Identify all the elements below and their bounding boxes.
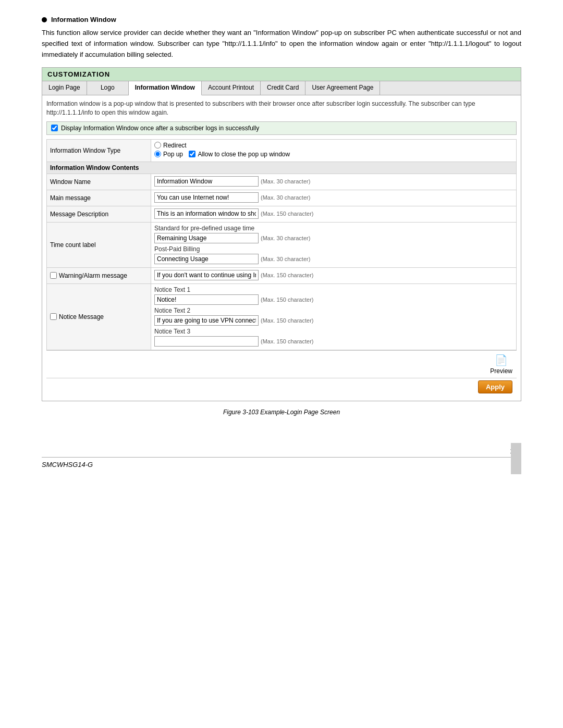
time-count-label-cell: Time count label	[47, 222, 151, 267]
figure-caption: Figure 3-103 Example-Login Page Screen	[42, 409, 521, 416]
notice-text3-label: Notice Text 3	[154, 328, 513, 335]
contents-header-label: Information Window Contents	[50, 164, 139, 171]
tab-logo[interactable]: Logo	[87, 81, 129, 95]
time-count-value-cell: Standard for pre-defined usage time (Max…	[151, 222, 517, 267]
radio-redirect-label: Redirect	[163, 142, 187, 149]
notice-text1-input-row: (Max. 150 character)	[154, 294, 513, 305]
radio-popup[interactable]	[154, 151, 161, 157]
time-count-max2: (Max. 30 character)	[261, 256, 310, 262]
window-type-label-cell: Information Window Type	[47, 139, 151, 162]
radio-popup-label: Pop up	[163, 151, 183, 158]
info-description: Information window is a pop-up window th…	[46, 100, 517, 117]
preview-label: Preview	[490, 367, 512, 375]
notice-row: Notice Message Notice Text 1 (Max. 150 c…	[47, 283, 517, 350]
warning-max: (Max. 150 character)	[261, 272, 313, 278]
window-name-input[interactable]	[154, 176, 259, 187]
contents-header-row: Information Window Contents	[47, 162, 517, 174]
time-count-max: (Max. 30 character)	[261, 235, 310, 241]
bullet-icon	[42, 17, 47, 22]
warning-input[interactable]	[154, 270, 259, 280]
customization-header: CUSTOMIZATION	[42, 68, 521, 81]
tab-account-printout[interactable]: Account Printout	[202, 81, 261, 95]
warning-label: Warning/Alarm message	[59, 272, 127, 279]
radio-redirect-row: Redirect	[154, 142, 513, 149]
main-message-value-cell: (Max. 30 character)	[151, 190, 517, 206]
notice-text2-label: Notice Text 2	[154, 307, 513, 314]
notice-text1-max: (Max. 150 character)	[261, 297, 313, 303]
window-name-value-cell: (Max. 30 character)	[151, 174, 517, 190]
time-count-row: Time count label Standard for pre-define…	[47, 222, 517, 267]
time-count-input2-row: (Max. 30 character)	[154, 254, 513, 264]
notice-text3-input[interactable]	[154, 336, 259, 347]
section-heading: Information Window	[42, 16, 521, 23]
time-count-input1[interactable]	[154, 233, 259, 243]
customization-box: CUSTOMIZATION Login Page Logo Informatio…	[42, 67, 521, 401]
warning-input-row: (Max. 150 character)	[154, 270, 513, 280]
main-message-input-row: (Max. 30 character)	[154, 192, 513, 203]
notice-text2-input[interactable]	[154, 315, 259, 326]
apply-row: Apply	[46, 378, 517, 397]
msg-desc-row: Message Description (Max. 150 character)	[47, 206, 517, 222]
notice-value-cell: Notice Text 1 (Max. 150 character) Notic…	[151, 283, 517, 350]
main-message-max: (Max. 30 character)	[261, 194, 310, 201]
warning-value-cell: (Max. 150 character)	[151, 267, 517, 283]
warning-checkbox[interactable]	[50, 272, 57, 279]
page-footer: 107 SMCWHSG14-G	[42, 447, 521, 468]
notice-text3-max: (Max. 150 character)	[261, 338, 313, 344]
radio-popup-row: Pop up Allow to close the pop up window	[154, 151, 513, 158]
notice-checkbox[interactable]	[50, 313, 57, 320]
window-name-input-row: (Max. 30 character)	[154, 176, 513, 187]
time-count-input1-row: (Max. 30 character)	[154, 233, 513, 243]
window-type-row: Information Window Type Redirect Pop up	[47, 139, 517, 162]
footer-line: SMCWHSG14-G	[42, 457, 521, 468]
preview-button[interactable]: 📄 Preview	[490, 354, 512, 375]
radio-redirect[interactable]	[154, 142, 161, 149]
main-message-label: Main message	[50, 194, 91, 202]
notice-text2-max: (Max. 150 character)	[261, 317, 313, 324]
form-table: Information Window Type Redirect Pop up	[46, 139, 517, 350]
allow-close-label: Allow to close the pop up window	[198, 151, 290, 158]
display-checkbox-label: Display Information Window once after a …	[61, 125, 259, 132]
notice-text2-input-row: (Max. 150 character)	[154, 315, 513, 326]
tab-credit-card[interactable]: Credit Card	[261, 81, 305, 95]
window-type-label: Information Window Type	[50, 147, 120, 154]
main-message-row: Main message (Max. 30 character)	[47, 190, 517, 206]
window-name-label-cell: Window Name	[47, 174, 151, 190]
msg-desc-label-cell: Message Description	[47, 206, 151, 222]
time-count-sublabel1: Standard for pre-defined usage time	[154, 225, 513, 232]
display-checkbox[interactable]	[51, 125, 58, 131]
notice-text1-label: Notice Text 1	[154, 286, 513, 293]
time-count-input2[interactable]	[154, 254, 259, 264]
msg-desc-input-row: (Max. 150 character)	[154, 208, 513, 219]
notice-text1-input[interactable]	[154, 294, 259, 305]
time-count-label: Time count label	[50, 241, 96, 249]
intro-text: This function allow service provider can…	[42, 28, 521, 60]
tab-information-window[interactable]: Information Window	[129, 81, 202, 95]
apply-label: Apply	[486, 383, 505, 391]
time-count-sublabel2: Post-Paid Billing	[154, 245, 513, 253]
display-checkbox-row: Display Information Window once after a …	[46, 121, 517, 135]
page-number: 107	[42, 447, 521, 455]
tab-bar: Login Page Logo Information Window Accou…	[42, 81, 521, 95]
preview-icon: 📄	[495, 354, 508, 366]
msg-desc-value-cell: (Max. 150 character)	[151, 206, 517, 222]
notice-text3-input-row: (Max. 150 character)	[154, 336, 513, 347]
content-area: Information window is a pop-up window th…	[42, 95, 521, 401]
contents-header-cell: Information Window Contents	[47, 162, 517, 174]
window-name-row: Window Name (Max. 30 character)	[47, 174, 517, 190]
window-name-max: (Max. 30 character)	[261, 178, 310, 184]
msg-desc-label: Message Description	[50, 211, 108, 218]
tab-login-page[interactable]: Login Page	[42, 81, 87, 95]
main-message-input[interactable]	[154, 192, 259, 203]
notice-label-cell: Notice Message	[47, 283, 151, 350]
apply-button[interactable]: Apply	[478, 380, 512, 393]
tab-user-agreement[interactable]: User Agreement Page	[305, 81, 380, 95]
window-name-label: Window Name	[50, 178, 91, 186]
allow-close-checkbox[interactable]	[189, 151, 195, 157]
preview-area: 📄 Preview	[46, 350, 517, 378]
section-title: Information Window	[51, 16, 116, 23]
footer-model: SMCWHSG14-G	[42, 461, 93, 468]
notice-label: Notice Message	[59, 313, 104, 320]
warning-label-cell: Warning/Alarm message	[47, 267, 151, 283]
msg-desc-input[interactable]	[154, 208, 259, 219]
